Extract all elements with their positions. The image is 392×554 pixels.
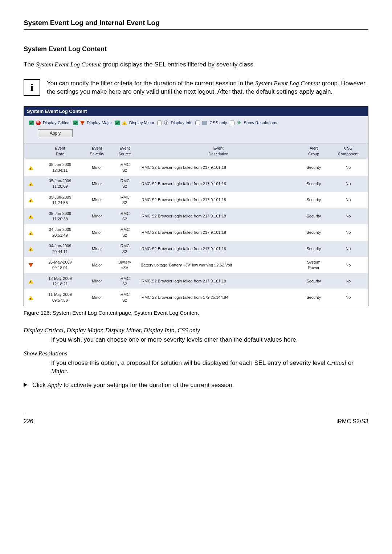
minor-icon bbox=[28, 247, 33, 251]
minor-icon bbox=[28, 231, 33, 235]
cell-date: 04-Jun-200920:51:49 bbox=[38, 224, 82, 241]
sel-table: Event Date Event Severity Event Source E… bbox=[24, 143, 368, 306]
apply-button[interactable]: Apply bbox=[38, 129, 73, 137]
critical-icon bbox=[36, 121, 41, 125]
cell-description: iRMC S2 Browser login failed from 217.9.… bbox=[138, 208, 299, 225]
sel-filter-bar: Display Critical Display Major Display M… bbox=[24, 116, 368, 143]
col-source: Event Source bbox=[111, 143, 138, 159]
cell-source: iRMCS2 bbox=[111, 224, 138, 241]
cell-alert: Security bbox=[299, 192, 328, 208]
def-body-filters: If you wish, you can choose one or more … bbox=[51, 335, 368, 344]
cell-alert: Security bbox=[299, 289, 328, 306]
table-row: 18-May-200912:18:21MinoriRMCS2iRMC S2 Br… bbox=[24, 273, 368, 290]
cell-date: 05-Jun-200911:24:55 bbox=[38, 192, 82, 208]
cell-severity: Minor bbox=[82, 192, 112, 208]
sel-panel: System Event Log Content Display Critica… bbox=[24, 106, 368, 306]
page-number: 226 bbox=[24, 417, 33, 425]
table-row: 05-Jun-200911:24:55MinoriRMCS2iRMC S2 Br… bbox=[24, 192, 368, 208]
major-icon bbox=[29, 263, 33, 267]
filter-info-checkbox[interactable] bbox=[157, 121, 162, 125]
filter-css-label: CSS only bbox=[209, 120, 227, 126]
minor-icon bbox=[122, 121, 127, 125]
def2-pre: If you choose this option, a proposal fo… bbox=[51, 359, 327, 366]
def-body-res: If you choose this option, a proposal fo… bbox=[51, 359, 368, 376]
intro-em: System Event Log Content bbox=[36, 61, 101, 68]
def2-post: . bbox=[67, 368, 69, 375]
info-block: i You can modify the filter criteria for… bbox=[24, 79, 368, 97]
cell-date: 11-May-200909:57:56 bbox=[38, 289, 82, 306]
cell-description: iRMC S2 Browser login failed from 217.9.… bbox=[138, 241, 299, 257]
cell-description: iRMC S2 Browser login failed from 217.9.… bbox=[138, 176, 299, 192]
bullet-em: Apply bbox=[48, 382, 62, 388]
def2-mid: or bbox=[346, 359, 354, 366]
cell-css: No bbox=[328, 192, 368, 208]
cell-css: No bbox=[328, 257, 368, 273]
filter-major-checkbox[interactable] bbox=[73, 121, 78, 125]
col-alert: Alert Group bbox=[299, 143, 328, 159]
col-severity: Event Severity bbox=[82, 143, 112, 159]
filter-critical-checkbox[interactable] bbox=[29, 121, 34, 125]
section-heading: System Event Log Content bbox=[24, 45, 368, 54]
cell-css: No bbox=[328, 241, 368, 257]
cell-date: 26-May-200909:18:01 bbox=[38, 257, 82, 273]
cell-alert: Security bbox=[299, 241, 328, 257]
filter-res-label: Show Resolutions bbox=[244, 120, 277, 126]
cell-css: No bbox=[328, 208, 368, 225]
figure-caption: Figure 126: System Event Log Content pag… bbox=[24, 309, 368, 317]
filter-minor-checkbox[interactable] bbox=[115, 121, 120, 125]
apply-instruction: Click Apply to activate your settings fo… bbox=[24, 381, 368, 390]
info-pre: You can modify the filter criteria for t… bbox=[47, 80, 255, 87]
major-icon bbox=[80, 121, 85, 125]
table-row: 08-Jun-200912:34:11MinoriRMCS2iRMC S2 Br… bbox=[24, 159, 368, 176]
cell-description: Battery voltage 'Battery +3V' low warnin… bbox=[138, 257, 299, 273]
page-header: System Event Log and Internal Event Log bbox=[24, 18, 368, 30]
cell-severity: Minor bbox=[82, 159, 112, 176]
cell-severity: Minor bbox=[82, 273, 112, 290]
cell-alert: Security bbox=[299, 208, 328, 225]
cell-alert: Security bbox=[299, 273, 328, 290]
minor-icon bbox=[28, 166, 33, 170]
cell-date: 04-Jun-200920:44:11 bbox=[38, 241, 82, 257]
triangle-bullet-icon bbox=[24, 383, 27, 387]
info-circle-icon: i bbox=[164, 121, 168, 125]
cell-description: iRMC S2 Browser login failed from 217.9.… bbox=[138, 159, 299, 176]
cell-date: 05-Jun-200911:28:09 bbox=[38, 176, 82, 192]
cell-description: iRMC S2 Browser login failed from 217.9.… bbox=[138, 273, 299, 290]
cell-css: No bbox=[328, 273, 368, 290]
cell-source: iRMCS2 bbox=[111, 289, 138, 306]
page-footer: 226 iRMC S2/S3 bbox=[24, 415, 368, 425]
intro-pre: The bbox=[24, 61, 36, 68]
cell-description: iRMC S2 Browser login failed from 217.9.… bbox=[138, 224, 299, 241]
filter-minor-label: Display Minor bbox=[129, 120, 155, 126]
cell-source: iRMCS2 bbox=[111, 273, 138, 290]
table-row: 26-May-200909:18:01MajorBattery+3VBatter… bbox=[24, 257, 368, 273]
filter-css-checkbox[interactable] bbox=[195, 121, 200, 125]
filter-res-checkbox[interactable] bbox=[230, 121, 234, 125]
table-row: 05-Jun-200911:20:38MinoriRMCS2iRMC S2 Br… bbox=[24, 208, 368, 225]
bullet-post: to activate your settings for the durati… bbox=[62, 382, 234, 388]
cell-source: iRMCS2 bbox=[111, 208, 138, 225]
cell-source: Battery+3V bbox=[111, 257, 138, 273]
cell-severity: Major bbox=[82, 257, 112, 273]
col-icon bbox=[24, 143, 38, 159]
def-term-filters: Display Critical, Display Major, Display… bbox=[24, 326, 368, 335]
cell-date: 08-Jun-200912:34:11 bbox=[38, 159, 82, 176]
cell-date: 18-May-200912:18:21 bbox=[38, 273, 82, 290]
minor-icon bbox=[28, 296, 33, 300]
css-chip-icon bbox=[202, 121, 207, 125]
cell-alert: Security bbox=[299, 224, 328, 241]
sel-panel-title: System Event Log Content bbox=[24, 107, 368, 116]
cell-alert: Security bbox=[299, 159, 328, 176]
cell-source: iRMCS2 bbox=[111, 241, 138, 257]
cell-source: iRMCS2 bbox=[111, 159, 138, 176]
cell-alert: SystemPower bbox=[299, 257, 328, 273]
cell-css: No bbox=[328, 289, 368, 306]
table-row: 04-Jun-200920:44:11MinoriRMCS2iRMC S2 Br… bbox=[24, 241, 368, 257]
filter-critical-label: Display Critical bbox=[43, 120, 70, 126]
cell-css: No bbox=[328, 159, 368, 176]
filter-major-label: Display Major bbox=[87, 120, 112, 126]
table-row: 11-May-200909:57:56MinoriRMCS2iRMC S2 Br… bbox=[24, 289, 368, 306]
info-icon: i bbox=[24, 79, 40, 96]
minor-icon bbox=[28, 280, 33, 284]
cell-description: iRMC S2 Browser login failed from 172.25… bbox=[138, 289, 299, 306]
